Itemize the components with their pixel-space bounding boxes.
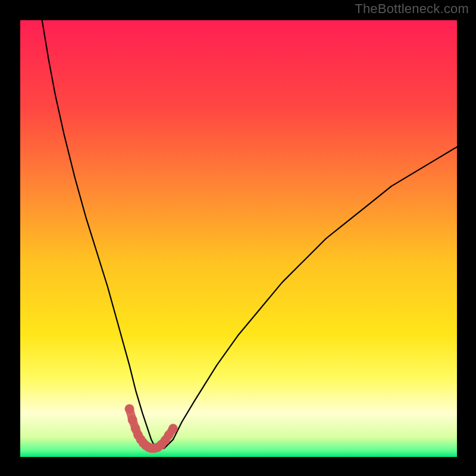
chart-background xyxy=(20,20,457,457)
chart-frame: TheBottleneck.com xyxy=(0,0,476,476)
chart-svg xyxy=(20,20,457,457)
marker-point xyxy=(128,415,137,425)
marker-point xyxy=(168,424,178,433)
plot-area xyxy=(20,20,457,457)
marker-point xyxy=(125,404,134,414)
watermark-label: TheBottleneck.com xyxy=(355,1,469,17)
